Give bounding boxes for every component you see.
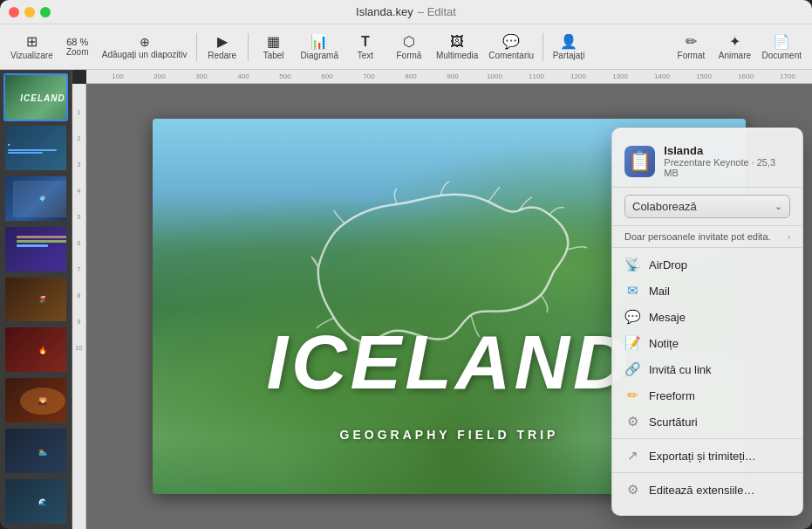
toolbar: ⊞ Vizualizare 68 % Zoom ⊕ Adăugați un di… bbox=[0, 24, 812, 70]
freeform-label: Freeform bbox=[649, 389, 695, 402]
toolbar-item-format[interactable]: ✏ Format bbox=[669, 30, 713, 64]
menu-item-shortcuts[interactable]: ⚙ Scurtături bbox=[612, 409, 802, 435]
slide-and-ruler: 1 2 3 4 5 6 7 8 9 10 bbox=[72, 84, 812, 529]
toolbar-item-text[interactable]: T Text bbox=[344, 31, 387, 64]
menu-item-edit-extensions[interactable]: ⚙ Editează extensiile… bbox=[612, 477, 802, 503]
ruler-mark: 200 bbox=[139, 72, 181, 80]
toolbar-item-media[interactable]: 🖼 Multimedia bbox=[431, 31, 483, 64]
toolbar-item-table[interactable]: ▦ Tabel bbox=[252, 30, 296, 64]
export-label: Exportați și trimiteți… bbox=[649, 450, 756, 463]
share-icon: 👤 bbox=[560, 33, 577, 50]
menu-item-messages[interactable]: 💬 Mesaje bbox=[612, 304, 802, 330]
close-button[interactable] bbox=[9, 7, 19, 17]
ruler-mark: 500 bbox=[264, 72, 306, 80]
divider-menu2 bbox=[612, 472, 802, 473]
share-app-name: Islanda bbox=[664, 144, 790, 157]
media-label: Multimedia bbox=[436, 51, 478, 60]
toolbar-item-document[interactable]: 📄 Document bbox=[756, 30, 807, 64]
title-text: Islanda.key bbox=[356, 5, 413, 18]
zoom-section: 68 % Zoom bbox=[60, 33, 95, 60]
slide-canvas[interactable]: ICELAND GEOGRAPHY FIELD TRIP 📋 Islanda bbox=[86, 84, 812, 529]
titlebar: Islanda.key – Editat bbox=[0, 0, 812, 24]
document-icon: 📄 bbox=[773, 33, 790, 50]
shape-icon: ⬡ bbox=[403, 33, 415, 50]
invite-note[interactable]: Doar persoanele invitate pot edita. › bbox=[612, 226, 802, 248]
collab-select[interactable]: Colaborează ⌄ bbox=[624, 195, 790, 218]
text-label: Text bbox=[358, 51, 373, 60]
share-menu-items: 📡 AirDrop ✉ Mail 💬 Mesaje bbox=[612, 248, 802, 506]
ruler-mark: 300 bbox=[181, 72, 222, 80]
notes-icon: 📝 bbox=[624, 335, 640, 351]
toolbar-divider bbox=[196, 33, 197, 61]
collab-chevron-icon: ⌄ bbox=[774, 201, 782, 212]
format-icon: ✏ bbox=[686, 33, 697, 50]
menu-item-export[interactable]: ↗ Exportați și trimiteți… bbox=[612, 443, 802, 469]
messages-label: Mesaje bbox=[649, 311, 686, 324]
slide-thumb-8[interactable]: 🏊 8 bbox=[3, 427, 68, 475]
toolbar-item-chart[interactable]: 📊 Diagramă bbox=[296, 30, 344, 64]
ruler-mark: 100 bbox=[97, 72, 139, 80]
ruler-mark: 400 bbox=[222, 72, 264, 80]
window-controls bbox=[9, 7, 51, 17]
ruler-mark: 1200 bbox=[557, 72, 599, 80]
toolbar-item-add-slide[interactable]: ⊕ Adăugați un diapozitiv bbox=[97, 31, 193, 63]
slide-thumb-2[interactable]: • 2 bbox=[3, 124, 68, 172]
menu-item-freeform[interactable]: ✏ Freeform bbox=[612, 382, 802, 409]
minimize-button[interactable] bbox=[24, 7, 35, 17]
maximize-button[interactable] bbox=[40, 7, 51, 17]
slide-thumb-9[interactable]: 🌊 9 bbox=[3, 477, 68, 526]
mail-icon: ✉ bbox=[624, 283, 640, 299]
keynote-icon: 📋 bbox=[628, 150, 652, 173]
share-app-info: Islanda Prezentare Keynote · 25,3 MB bbox=[664, 144, 790, 178]
notes-label: Notițe bbox=[649, 337, 679, 350]
slide-thumb-1[interactable]: ICELAND 1 bbox=[3, 73, 68, 121]
ruler-mark: 600 bbox=[306, 72, 348, 80]
share-app-subtitle: Prezentare Keynote · 25,3 MB bbox=[664, 157, 790, 178]
slide-thumb-4[interactable]: 4 bbox=[3, 225, 68, 273]
ruler-mark: 1400 bbox=[641, 72, 683, 80]
ruler-mark: 1500 bbox=[683, 72, 725, 80]
ruler-mark: 1000 bbox=[474, 72, 515, 80]
slide-thumb-3[interactable]: 🌍 3 bbox=[3, 175, 68, 223]
slide-thumb-6[interactable]: 🔥 6 bbox=[3, 326, 68, 374]
ruler-mark: 1600 bbox=[725, 72, 767, 80]
canvas-wrapper: 100 200 300 400 500 600 700 800 900 1000… bbox=[72, 70, 812, 529]
export-icon: ↗ bbox=[624, 448, 640, 464]
toolbar-item-zoom[interactable]: 68 % Zoom bbox=[60, 33, 95, 60]
freeform-icon: ✏ bbox=[624, 388, 640, 403]
animate-label: Animare bbox=[719, 51, 751, 60]
airdrop-label: AirDrop bbox=[649, 258, 687, 271]
iceland-title: ICELAND bbox=[266, 318, 631, 407]
slide-subtitle: GEOGRAPHY FIELD TRIP bbox=[340, 428, 559, 442]
shortcuts-label: Scurtături bbox=[649, 416, 698, 429]
add-slide-label: Adăugați un diapozitiv bbox=[102, 50, 188, 59]
menu-item-notes[interactable]: 📝 Notițe bbox=[612, 330, 802, 356]
shape-label: Formă bbox=[397, 51, 422, 60]
slide-thumb-7[interactable]: 🌄 7 bbox=[3, 376, 68, 424]
toolbar-item-play[interactable]: ▶ Redare bbox=[201, 30, 244, 64]
menu-item-airdrop[interactable]: 📡 AirDrop bbox=[612, 251, 802, 278]
toolbar-item-vizualizare[interactable]: ⊞ Vizualizare bbox=[5, 30, 58, 64]
edit-extensions-label: Editează extensiile… bbox=[649, 484, 754, 497]
toolbar-item-comment[interactable]: 💬 Comentariu bbox=[483, 30, 539, 64]
zoom-value: 68 % bbox=[66, 37, 88, 47]
slide-thumb-5[interactable]: 🌋 5 bbox=[3, 276, 68, 324]
toolbar-item-animate[interactable]: ✦ Animare bbox=[713, 30, 756, 64]
comment-label: Comentariu bbox=[488, 51, 534, 60]
toolbar-item-share[interactable]: 👤 Partajați bbox=[547, 30, 590, 64]
ruler-mark: 900 bbox=[432, 72, 474, 80]
chart-label: Diagramă bbox=[301, 51, 338, 60]
menu-item-mail[interactable]: ✉ Mail bbox=[612, 278, 802, 304]
format-label: Format bbox=[678, 51, 706, 60]
text-icon: T bbox=[361, 34, 370, 50]
link-icon: 🔗 bbox=[624, 361, 640, 377]
zoom-label: Zoom bbox=[66, 47, 89, 57]
window: Islanda.key – Editat ⊞ Vizualizare 68 % … bbox=[0, 0, 812, 529]
edited-label: – Editat bbox=[418, 5, 456, 18]
toolbar-item-shape[interactable]: ⬡ Formă bbox=[387, 30, 431, 64]
menu-item-invite-link[interactable]: 🔗 Invită cu link bbox=[612, 356, 802, 382]
chevron-right-icon: › bbox=[788, 232, 790, 242]
main-area: ICELAND 1 • 2 🌍 3 bbox=[0, 70, 812, 529]
share-label: Partajați bbox=[553, 51, 585, 60]
share-app-icon: 📋 bbox=[624, 146, 655, 177]
